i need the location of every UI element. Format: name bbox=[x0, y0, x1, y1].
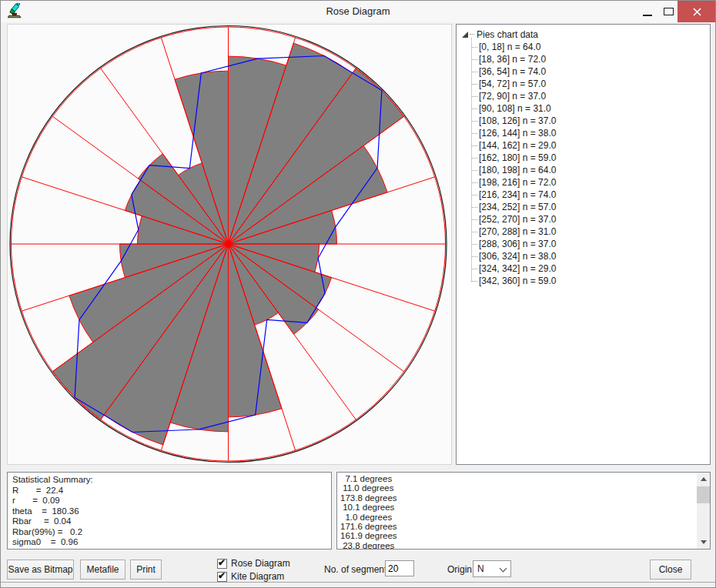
checkbox-row[interactable]: ✔Rose Diagram bbox=[217, 557, 290, 570]
stat-line: theta = 180.36 bbox=[12, 506, 326, 517]
checkbox-label: Kite Diagram bbox=[231, 571, 284, 582]
checkmark-icon: ✔ bbox=[218, 557, 226, 568]
checkbox-label: Rose Diagram bbox=[231, 558, 290, 569]
close-icon bbox=[693, 8, 701, 16]
tree-item[interactable]: [180, 198] n = 64.0 bbox=[471, 164, 710, 176]
tree-item[interactable]: [342, 360] n = 59.0 bbox=[471, 275, 710, 287]
tree-root-label: Pies chart data bbox=[477, 29, 538, 40]
degree-line: 1.0 degrees bbox=[340, 513, 693, 522]
scroll-down-button[interactable] bbox=[697, 536, 710, 549]
checkbox[interactable]: ✔ bbox=[217, 572, 227, 582]
stat-line: Rbar = 0.04 bbox=[12, 516, 326, 527]
tree-item[interactable]: [162, 180] n = 59.0 bbox=[471, 152, 710, 164]
tree-item[interactable]: [108, 126] n = 37.0 bbox=[471, 115, 710, 127]
metafile-button[interactable]: Metafile bbox=[80, 560, 125, 580]
tree-item[interactable]: [216, 234] n = 74.0 bbox=[471, 189, 710, 201]
close-button[interactable] bbox=[678, 1, 716, 22]
bottom-divider bbox=[1, 582, 715, 583]
degree-line: 173.8 degrees bbox=[340, 493, 693, 503]
degree-line: 171.6 degrees bbox=[340, 522, 693, 531]
window-title: Rose Diagram bbox=[1, 5, 715, 17]
segments-label: No. of segments bbox=[324, 564, 391, 575]
checkmark-icon: ✔ bbox=[218, 570, 226, 581]
rose-diagram-window: Rose Diagram Pies chart data [0, 18] n =… bbox=[0, 0, 716, 588]
tree-item[interactable]: [126, 144] n = 38.0 bbox=[471, 127, 710, 139]
tree-item[interactable]: [144, 162] n = 29.0 bbox=[471, 139, 710, 152]
tree-item[interactable]: [270, 288] n = 31.0 bbox=[471, 226, 710, 238]
degree-line: 7.1 degrees bbox=[340, 474, 693, 483]
segments-input[interactable] bbox=[385, 560, 414, 576]
stat-line: R = 22.4 bbox=[12, 486, 326, 496]
arrow-down-icon bbox=[701, 540, 707, 544]
tree-item[interactable]: [288, 306] n = 37.0 bbox=[471, 238, 710, 250]
maximize-button[interactable] bbox=[660, 1, 678, 22]
maximize-icon bbox=[664, 8, 674, 15]
stat-line: r = 0.09 bbox=[12, 496, 326, 506]
tree-item[interactable]: [324, 342] n = 29.0 bbox=[471, 262, 710, 275]
origin-label: Origin bbox=[447, 564, 472, 575]
tree-item[interactable]: [90, 108] n = 31.0 bbox=[471, 102, 710, 115]
tree-expander-icon[interactable] bbox=[462, 32, 468, 38]
degrees-list-box: 7.1 degrees 11.0 degrees173.8 degrees 10… bbox=[336, 472, 711, 550]
tree-item[interactable]: [252, 270] n = 37.0 bbox=[471, 213, 710, 226]
arrow-up-icon bbox=[701, 477, 707, 481]
checkbox[interactable]: ✔ bbox=[217, 559, 227, 569]
tree-item[interactable]: [198, 216] n = 72.0 bbox=[471, 176, 710, 189]
degrees-scrollbar[interactable] bbox=[697, 473, 710, 549]
minimize-button[interactable] bbox=[635, 1, 660, 22]
tree-item[interactable]: [0, 18] n = 64.0 bbox=[471, 41, 710, 53]
minimize-icon bbox=[643, 15, 652, 16]
degree-line: 10.1 degrees bbox=[340, 503, 693, 512]
center-dot bbox=[226, 241, 232, 247]
pies-chart-data-tree[interactable]: Pies chart data [0, 18] n = 64.0[18, 36]… bbox=[456, 24, 711, 465]
origin-dropdown[interactable]: N bbox=[473, 560, 511, 577]
title-bar: Rose Diagram bbox=[1, 1, 715, 22]
checkbox-row[interactable]: ✔Kite Diagram bbox=[217, 570, 290, 583]
tree-item[interactable]: [36, 54] n = 74.0 bbox=[471, 65, 710, 78]
tree-items: [0, 18] n = 64.0[18, 36] n = 72.0[36, 54… bbox=[471, 41, 710, 287]
close-dialog-button[interactable]: Close bbox=[650, 560, 691, 580]
degree-line: 161.9 degrees bbox=[340, 531, 693, 540]
stat-line: Statistical Summary: bbox=[12, 475, 326, 486]
degree-line: 11.0 degrees bbox=[340, 483, 693, 493]
rose-diagram-chart bbox=[7, 24, 452, 465]
stat-line: Rbar(99%) = 0.2 bbox=[12, 527, 326, 538]
tree-root-row[interactable]: Pies chart data bbox=[462, 28, 710, 41]
scroll-up-button[interactable] bbox=[697, 473, 710, 486]
stat-line: sigma0 = 0.96 bbox=[12, 537, 326, 548]
degrees-lines: 7.1 degrees 11.0 degrees173.8 degrees 10… bbox=[337, 473, 710, 550]
tree-item[interactable]: [54, 72] n = 57.0 bbox=[471, 78, 710, 90]
save-as-bitmap-button[interactable]: Save as Bitmap bbox=[7, 560, 74, 580]
diagram-checkbox-group: ✔Rose Diagram✔Kite Diagram bbox=[217, 557, 290, 583]
tree-item[interactable]: [72, 90] n = 37.0 bbox=[471, 90, 710, 102]
statistical-summary-box: Statistical Summary:R = 22.4r = 0.09thet… bbox=[7, 472, 332, 550]
tree-item[interactable]: [234, 252] n = 57.0 bbox=[471, 201, 710, 213]
tree-item[interactable]: [18, 36] n = 72.0 bbox=[471, 53, 710, 65]
scrollbar-thumb[interactable] bbox=[697, 486, 710, 503]
print-button[interactable]: Print bbox=[130, 560, 162, 580]
tree-item[interactable]: [306, 324] n = 38.0 bbox=[471, 250, 710, 262]
degree-line: 23.8 degrees bbox=[340, 541, 693, 550]
tree-root-connector bbox=[470, 34, 474, 35]
origin-value: N bbox=[477, 563, 484, 574]
chevron-down-icon bbox=[500, 565, 507, 573]
